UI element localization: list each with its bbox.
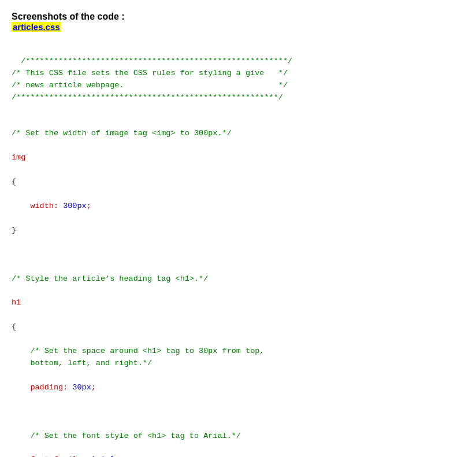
comment-divider-top: /***************************************…: [12, 57, 292, 102]
page-title: Screenshots of the code :: [12, 12, 464, 22]
value-width: 300px: [63, 202, 87, 210]
prop-width: width: 300px;: [12, 202, 91, 210]
brace-open-h1: {: [12, 322, 16, 331]
filename-text: articles.css: [12, 22, 61, 32]
comment-font-family: /* Set the font style of <h1> tag to Ari…: [12, 432, 241, 440]
filename-label: articles.css: [12, 22, 464, 43]
selector-img: img: [12, 153, 25, 162]
comment-h1-style: /* Style the article’s heading tag <h1>.…: [12, 274, 208, 283]
title-text: Screenshots of the code :: [12, 12, 125, 21]
comment-img: /* Set the width of image tag <img> to 3…: [12, 129, 232, 138]
selector-h1: h1: [12, 298, 21, 307]
code-block: /***************************************…: [12, 43, 464, 457]
value-padding: 30px: [72, 383, 91, 392]
prop-padding: padding: 30px;: [12, 383, 96, 392]
brace-open-img: {: [12, 177, 16, 186]
comment-padding: /* Set the space around <h1> tag to 30px…: [12, 347, 264, 367]
brace-close-img: }: [12, 226, 16, 235]
